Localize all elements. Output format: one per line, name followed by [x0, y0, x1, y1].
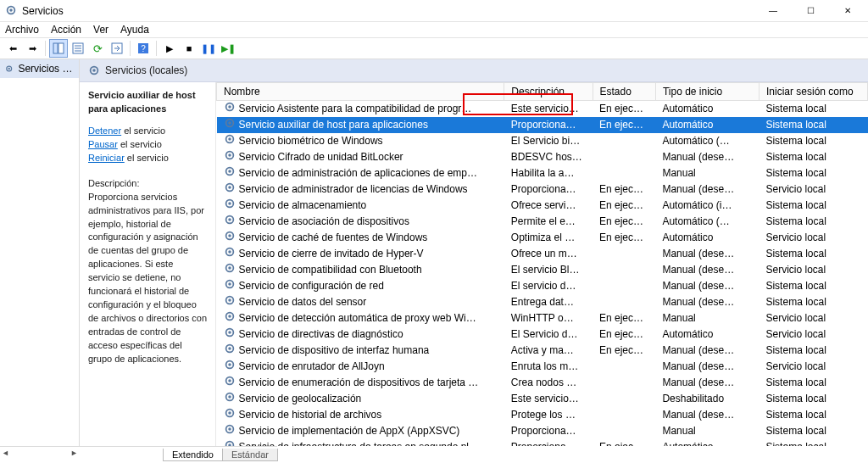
forward-button[interactable]: ➡ [23, 39, 42, 58]
services-list[interactable]: Nombre Descripción Estado Tipo de inicio… [215, 82, 868, 446]
service-description: El servicio d… [504, 278, 593, 294]
col-state[interactable]: Estado [593, 83, 655, 101]
table-row[interactable]: Servicio Asistente para la compatibilida… [217, 101, 868, 118]
svg-point-18 [228, 121, 231, 125]
back-button[interactable]: ⬅ [3, 39, 22, 58]
svg-point-1 [9, 8, 13, 12]
selected-service-name: Servicio auxiliar de host para aplicacio… [88, 89, 207, 116]
service-start-type: Deshabilitado [655, 391, 759, 407]
pause-link-suffix: el servicio [118, 139, 162, 149]
scroll-right-icon[interactable]: ► [70, 449, 78, 457]
table-row[interactable]: Servicio de configuración de redEl servi… [217, 278, 868, 294]
table-row[interactable]: Servicio de detección automática de prox… [217, 310, 868, 326]
svg-point-30 [228, 218, 231, 221]
refresh-button[interactable]: ⟳ [88, 39, 107, 58]
service-state [593, 359, 655, 375]
col-description[interactable]: Descripción [504, 83, 593, 101]
table-row[interactable]: Servicio de asociación de dispositivosPe… [217, 214, 868, 230]
table-row[interactable]: Servicio Cifrado de unidad BitLockerBDES… [217, 149, 868, 165]
service-start-type: Automático (i… [655, 198, 759, 214]
table-row[interactable]: Servicio de enumeración de dispositivos … [217, 375, 868, 391]
table-row[interactable]: Servicio de caché de fuentes de WindowsO… [217, 230, 868, 246]
service-description: Proporciona… [504, 423, 593, 439]
start-service-button[interactable]: ▶ [160, 39, 179, 58]
svg-point-38 [228, 282, 231, 286]
service-logon: Sistema local [759, 375, 867, 391]
menu-ayuda[interactable]: Ayuda [120, 24, 149, 36]
svg-point-40 [228, 298, 231, 302]
restart-link-suffix: el servicio [125, 153, 169, 163]
service-state: En ejecu… [593, 326, 655, 343]
service-name: Servicio de caché de fuentes de Windows [239, 231, 428, 245]
menu-ver[interactable]: Ver [93, 24, 108, 36]
service-description: Activa y ma… [504, 343, 593, 359]
table-row[interactable]: Servicio de historial de archivosProtege… [217, 407, 868, 423]
tab-estandar[interactable]: Estándar [222, 449, 278, 461]
table-row[interactable]: Servicio de dispositivo de interfaz huma… [217, 343, 868, 359]
tree-horizontal-scrollbar[interactable]: ◄ ► [0, 446, 80, 458]
show-hide-tree-button[interactable] [49, 39, 68, 58]
detail-pane: Servicio auxiliar de host para aplicacio… [80, 82, 215, 446]
properties-button[interactable] [69, 39, 87, 58]
service-name: Servicio biométrico de Windows [239, 134, 383, 148]
table-row[interactable]: Servicio de administración de aplicacion… [217, 165, 868, 181]
maximize-button[interactable]: ☐ [792, 0, 829, 22]
service-logon: Sistema local [759, 407, 867, 423]
svg-text:?: ? [141, 44, 146, 53]
service-start-type: Manual [655, 423, 759, 439]
table-row[interactable]: Servicio de datos del sensorEntrega dat…… [217, 294, 868, 310]
app-icon [5, 4, 19, 18]
svg-point-26 [228, 186, 231, 189]
export-list-button[interactable] [108, 39, 126, 58]
menu-accion[interactable]: Acción [51, 24, 81, 36]
table-row[interactable]: Servicio biométrico de WindowsEl Servici… [217, 133, 868, 149]
pause-link[interactable]: Pausar [88, 139, 118, 149]
svg-point-42 [228, 315, 231, 318]
service-start-type: Manual (dese… [655, 149, 759, 165]
svg-point-32 [228, 234, 231, 237]
service-description: El Servicio bi… [504, 133, 593, 149]
restart-service-button[interactable]: ▶❚ [219, 39, 237, 58]
service-description: El Servicio d… [504, 326, 593, 343]
table-row[interactable]: Servicio auxiliar de host para aplicacio… [217, 117, 868, 133]
help-button[interactable]: ? [134, 39, 153, 58]
scroll-left-icon[interactable]: ◄ [2, 449, 9, 457]
service-start-type: Manual (dese… [655, 359, 759, 375]
service-icon [224, 198, 236, 214]
service-description: Este servicio… [504, 101, 593, 118]
table-row[interactable]: Servicio de directivas de diagnósticoEl … [217, 326, 868, 343]
stop-link[interactable]: Detener [88, 126, 121, 136]
col-name[interactable]: Nombre [217, 83, 504, 101]
service-icon [224, 359, 236, 375]
service-logon: Sistema local [759, 294, 867, 310]
col-logon-as[interactable]: Iniciar sesión como [759, 83, 867, 101]
restart-link[interactable]: Reiniciar [88, 153, 125, 163]
close-button[interactable]: ✕ [829, 0, 866, 22]
table-row[interactable]: Servicio de implementación de AppX (AppX… [217, 423, 868, 439]
table-row[interactable]: Servicio de almacenamientoOfrece servi…E… [217, 198, 868, 214]
pause-service-button[interactable]: ❚❚ [199, 39, 218, 58]
tree-item-services-local[interactable]: Servicios (locales) [0, 59, 79, 78]
menu-archivo[interactable]: Archivo [5, 24, 39, 36]
service-icon [224, 326, 236, 343]
table-row[interactable]: Servicio de geolocalizaciónEste servicio… [217, 391, 868, 407]
table-row[interactable]: Servicio de infraestructura de tareas en… [217, 439, 868, 446]
table-row[interactable]: Servicio de enrutador de AllJoynEnruta l… [217, 359, 868, 375]
service-description: El servicio Bl… [504, 262, 593, 278]
service-start-type: Automático (… [655, 133, 759, 149]
col-start-type[interactable]: Tipo de inicio [655, 83, 759, 101]
service-start-type: Automático [655, 326, 759, 343]
service-icon [224, 310, 236, 326]
table-row[interactable]: Servicio de administrador de licencias d… [217, 181, 868, 198]
service-name: Servicio de directivas de diagnóstico [239, 327, 403, 342]
view-tabs: Extendido Estándar [80, 446, 277, 461]
tree-pane[interactable]: Servicios (locales) [0, 59, 80, 446]
service-icon [224, 423, 236, 439]
stop-service-button[interactable]: ■ [180, 39, 198, 58]
tab-extendido[interactable]: Extendido [163, 449, 223, 461]
service-logon: Sistema local [759, 101, 867, 118]
svg-point-20 [228, 137, 231, 141]
table-row[interactable]: Servicio de cierre de invitado de Hyper-… [217, 246, 868, 262]
table-row[interactable]: Servicio de compatibilidad con Bluetooth… [217, 262, 868, 278]
minimize-button[interactable]: — [754, 0, 792, 22]
